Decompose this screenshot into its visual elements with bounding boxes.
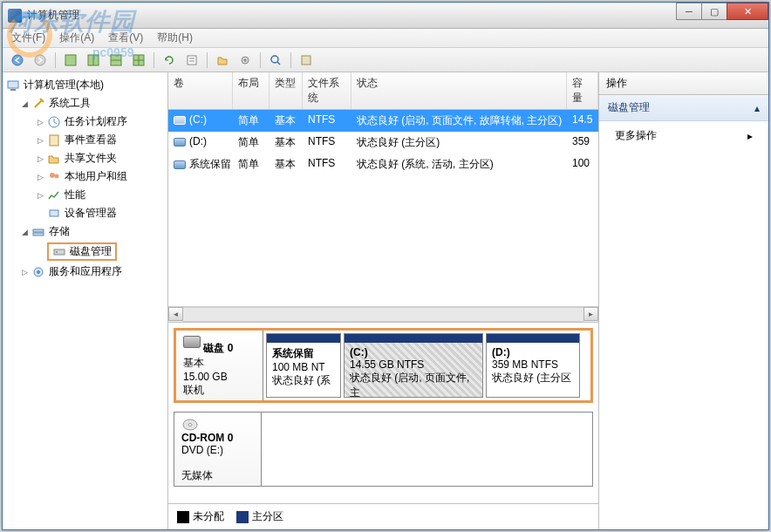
- maximize-button[interactable]: ▢: [701, 3, 727, 20]
- cdrom-icon: [181, 418, 199, 432]
- legend-swatch-primary: [236, 511, 249, 523]
- center-panel: 卷 布局 类型 文件系统 状态 容量 (C:) 简单 基本 NTFS 状态良好 …: [168, 72, 599, 529]
- tree-device-manager[interactable]: 设备管理器: [4, 204, 166, 222]
- menubar: 文件(F) 操作(A) 查看(V) 帮助(H): [3, 29, 768, 48]
- col-filesystem[interactable]: 文件系统: [303, 72, 351, 109]
- tree-services[interactable]: ▷ 服务和应用程序: [4, 263, 166, 281]
- svg-point-0: [12, 55, 23, 65]
- col-volume[interactable]: 卷: [168, 72, 233, 109]
- titlebar: 计算机管理 ─ ▢ ✕: [3, 3, 768, 29]
- svg-rect-27: [54, 249, 65, 255]
- drive-icon: [174, 160, 186, 169]
- cdrom-box: CD-ROM 0 DVD (E:) 无媒体: [174, 412, 593, 487]
- expand-icon[interactable]: ▷: [36, 153, 45, 163]
- expand-icon[interactable]: ▷: [36, 190, 45, 200]
- svg-rect-18: [8, 81, 18, 88]
- services-icon: [31, 265, 45, 279]
- volume-row[interactable]: (D:) 简单 基本 NTFS 状态良好 (主分区) 359: [168, 132, 598, 153]
- view-btn-2[interactable]: [84, 51, 103, 70]
- help-button[interactable]: [297, 51, 316, 70]
- disk-title: 磁盘 0: [203, 342, 233, 354]
- menu-view[interactable]: 查看(V): [105, 29, 147, 47]
- folder-share-icon: [47, 152, 61, 166]
- app-window: 计算机管理 ─ ▢ ✕ 文件(F) 操作(A) 查看(V) 帮助(H): [2, 2, 769, 530]
- svg-point-32: [188, 424, 192, 426]
- drive-icon: [174, 138, 186, 147]
- tree-event-viewer[interactable]: ▷ 事件查看器: [4, 131, 166, 149]
- svg-point-22: [50, 173, 55, 178]
- horizontal-scrollbar[interactable]: ◄ ►: [168, 306, 598, 322]
- refresh-button[interactable]: [160, 51, 179, 70]
- legend: 未分配 主分区: [168, 503, 598, 529]
- menu-file[interactable]: 文件(F): [8, 29, 49, 47]
- expand-icon[interactable]: ▷: [36, 117, 45, 126]
- minimize-button[interactable]: ─: [676, 3, 702, 20]
- menu-action[interactable]: 操作(A): [56, 29, 98, 47]
- svg-rect-10: [188, 56, 196, 65]
- tree-system-tools[interactable]: ◢ 系统工具: [4, 94, 166, 113]
- tree-performance[interactable]: ▷ 性能: [4, 186, 166, 204]
- explore-button[interactable]: [266, 51, 285, 70]
- tree-root[interactable]: 计算机管理(本地): [4, 76, 166, 94]
- col-status[interactable]: 状态: [351, 72, 567, 109]
- actions-panel: 操作 磁盘管理 ▴ 更多操作 ▸: [599, 72, 768, 529]
- actions-more[interactable]: 更多操作 ▸: [599, 121, 768, 150]
- properties-button[interactable]: [182, 51, 201, 70]
- svg-point-23: [55, 174, 59, 178]
- view-btn-3[interactable]: [106, 51, 126, 70]
- volume-list-header: 卷 布局 类型 文件系统 状态 容量: [168, 72, 598, 110]
- back-button[interactable]: [8, 51, 27, 70]
- computer-icon: [6, 78, 20, 92]
- legend-swatch-unallocated: [177, 511, 189, 523]
- volume-row[interactable]: 系统保留 简单 基本 NTFS 状态良好 (系统, 活动, 主分区) 100: [168, 153, 598, 175]
- expand-icon[interactable]: ▷: [36, 172, 45, 181]
- tree-shared-folders[interactable]: ▷ 共享文件夹: [4, 149, 166, 167]
- col-capacity[interactable]: 容量: [567, 72, 598, 109]
- svg-rect-25: [33, 229, 44, 232]
- storage-icon: [31, 225, 45, 239]
- svg-line-16: [277, 62, 280, 65]
- open-button[interactable]: [213, 51, 232, 70]
- svg-rect-2: [65, 55, 76, 65]
- svg-point-15: [271, 56, 278, 63]
- svg-rect-21: [50, 135, 58, 146]
- volume-row[interactable]: (C:) 简单 基本 NTFS 状态良好 (启动, 页面文件, 故障转储, 主分…: [168, 110, 598, 132]
- svg-point-14: [244, 58, 247, 61]
- disk-info[interactable]: 磁盘 0 基本 15.00 GB 联机: [176, 331, 263, 400]
- chevron-right-icon: ▸: [747, 130, 753, 142]
- col-layout[interactable]: 布局: [233, 72, 270, 109]
- settings-button[interactable]: [235, 51, 255, 70]
- tools-icon: [31, 97, 45, 111]
- disk-icon: [52, 245, 66, 259]
- scroll-right-button[interactable]: ►: [583, 307, 598, 321]
- performance-icon: [47, 188, 61, 202]
- expand-icon[interactable]: ▷: [36, 135, 45, 145]
- close-button[interactable]: ✕: [727, 3, 768, 20]
- expand-icon[interactable]: ▷: [20, 267, 30, 276]
- collapse-icon[interactable]: ◢: [20, 227, 30, 236]
- disk-icon: [183, 336, 201, 348]
- collapse-icon[interactable]: ◢: [20, 99, 30, 108]
- partition-d[interactable]: (D:) 359 MB NTFS 状态良好 (主分区: [486, 333, 580, 398]
- cdrom-info[interactable]: CD-ROM 0 DVD (E:) 无媒体: [174, 413, 262, 486]
- tree-disk-management[interactable]: 磁盘管理: [4, 241, 166, 263]
- tree-local-users[interactable]: ▷ 本地用户和组: [4, 167, 166, 186]
- view-btn-1[interactable]: [61, 51, 80, 70]
- actions-diskmgmt[interactable]: 磁盘管理 ▴: [599, 95, 768, 121]
- app-icon: [8, 9, 22, 23]
- cdrom-title: CD-ROM 0: [181, 432, 233, 444]
- partition-system-reserved[interactable]: 系统保留 100 MB NT 状态良好 (系: [266, 333, 341, 398]
- svg-point-30: [37, 270, 40, 274]
- svg-rect-24: [50, 210, 58, 216]
- svg-rect-17: [302, 56, 310, 65]
- tree-storage[interactable]: ◢ 存储: [4, 222, 166, 241]
- col-type[interactable]: 类型: [270, 72, 303, 109]
- partition-c[interactable]: (C:) 14.55 GB NTFS 状态良好 (启动, 页面文件, 主: [344, 333, 483, 398]
- tree-task-scheduler[interactable]: ▷ 任务计划程序: [4, 113, 166, 131]
- drive-icon: [174, 116, 186, 125]
- scroll-left-button[interactable]: ◄: [168, 307, 183, 321]
- menu-help[interactable]: 帮助(H): [154, 29, 196, 47]
- svg-rect-26: [33, 233, 44, 235]
- forward-button[interactable]: [31, 51, 50, 70]
- view-btn-4[interactable]: [129, 51, 148, 70]
